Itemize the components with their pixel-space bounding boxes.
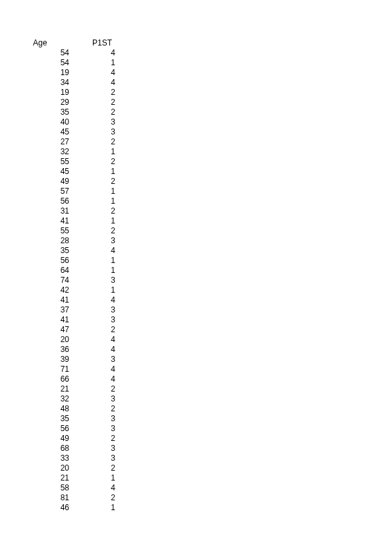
cell-age: 55 [33,226,69,236]
cell-p1st: 2 [69,404,115,414]
cell-p1st: 2 [69,177,115,187]
cell-p1st: 2 [69,434,115,444]
cell-p1st: 1 [69,473,115,483]
table-row: 354 [33,246,392,256]
header-age: Age [33,38,69,48]
table-row: 353 [33,414,392,424]
cell-age: 37 [33,305,69,315]
cell-p1st: 3 [69,424,115,434]
cell-age: 40 [33,117,69,127]
cell-age: 49 [33,434,69,444]
table-row: 204 [33,335,392,345]
cell-age: 64 [33,266,69,276]
cell-age: 56 [33,256,69,266]
table-row: 323 [33,394,392,404]
cell-p1st: 4 [69,78,115,88]
cell-p1st: 1 [69,187,115,196]
table-row: 541 [33,58,392,68]
cell-p1st: 1 [69,167,115,177]
cell-p1st: 2 [69,98,115,107]
cell-age: 56 [33,424,69,434]
cell-p1st: 2 [69,463,115,473]
table-row: 411 [33,216,392,226]
cell-age: 71 [33,365,69,374]
cell-age: 81 [33,493,69,503]
table-row: 492 [33,434,392,444]
table-row: 453 [33,127,392,137]
table-row: 743 [33,276,392,285]
cell-p1st: 4 [69,48,115,58]
cell-age: 68 [33,444,69,453]
cell-p1st: 2 [69,88,115,98]
cell-p1st: 4 [69,483,115,493]
cell-p1st: 2 [69,157,115,167]
table-row: 421 [33,285,392,295]
cell-age: 29 [33,98,69,107]
cell-age: 54 [33,58,69,68]
cell-age: 46 [33,503,69,513]
header-p1st: P1ST [69,38,115,48]
cell-age: 35 [33,246,69,256]
cell-p1st: 3 [69,355,115,365]
table-row: 192 [33,88,392,98]
cell-p1st: 4 [69,295,115,305]
cell-age: 20 [33,335,69,345]
cell-p1st: 3 [69,305,115,315]
cell-age: 66 [33,374,69,384]
cell-age: 45 [33,167,69,177]
cell-age: 20 [33,463,69,473]
cell-age: 54 [33,48,69,58]
cell-p1st: 3 [69,394,115,404]
table-row: 714 [33,365,392,374]
cell-p1st: 2 [69,493,115,503]
table-row: 414 [33,295,392,305]
table-row: 272 [33,137,392,147]
cell-age: 49 [33,177,69,187]
cell-age: 55 [33,157,69,167]
table-row: 561 [33,256,392,266]
table-row: 352 [33,107,392,117]
table-row: 364 [33,345,392,355]
cell-age: 45 [33,127,69,137]
cell-age: 19 [33,68,69,78]
cell-p1st: 3 [69,276,115,285]
cell-p1st: 2 [69,206,115,216]
cell-age: 56 [33,196,69,206]
cell-p1st: 1 [69,503,115,513]
cell-age: 41 [33,295,69,305]
cell-p1st: 2 [69,107,115,117]
table-row: 211 [33,473,392,483]
table-row: 194 [33,68,392,78]
cell-age: 57 [33,187,69,196]
table-row: 472 [33,325,392,335]
cell-age: 28 [33,236,69,246]
cell-p1st: 3 [69,444,115,453]
table-row: 664 [33,374,392,384]
table-row: 683 [33,444,392,453]
cell-age: 47 [33,325,69,335]
table-row: 283 [33,236,392,246]
table-row: 393 [33,355,392,365]
cell-p1st: 2 [69,226,115,236]
cell-age: 41 [33,315,69,325]
cell-p1st: 2 [69,384,115,394]
document-page: Age P1ST 5445411943441922923524034532723… [0,0,392,555]
cell-p1st: 1 [69,216,115,226]
cell-p1st: 1 [69,285,115,295]
cell-p1st: 3 [69,315,115,325]
table-row: 552 [33,157,392,167]
cell-age: 35 [33,107,69,117]
cell-age: 21 [33,384,69,394]
table-row: 641 [33,266,392,276]
table-row: 544 [33,48,392,58]
cell-p1st: 3 [69,453,115,463]
table-header-row: Age P1ST [33,38,392,48]
table-row: 461 [33,503,392,513]
table-row: 451 [33,167,392,177]
cell-age: 21 [33,473,69,483]
cell-p1st: 1 [69,196,115,206]
table-row: 403 [33,117,392,127]
table-row: 212 [33,384,392,394]
cell-age: 42 [33,285,69,295]
cell-p1st: 3 [69,236,115,246]
